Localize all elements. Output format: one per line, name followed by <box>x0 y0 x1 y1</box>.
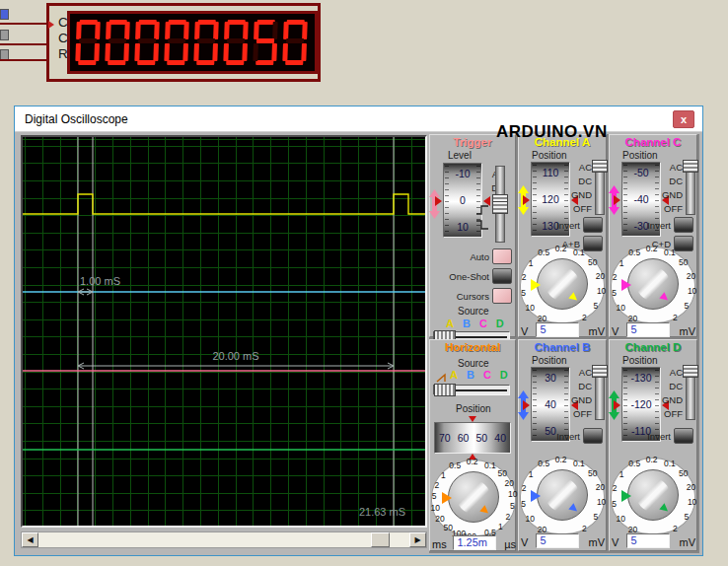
knob-value-box[interactable]: 5 <box>536 533 579 548</box>
knob-scale-label: 50 <box>679 257 688 267</box>
channel-d-coupling-switch[interactable] <box>686 365 695 420</box>
knob-value-box[interactable]: 5 <box>536 322 579 337</box>
knob-unit-right: mV <box>587 536 607 548</box>
channel-a-invert-row: Invert <box>556 217 603 233</box>
timebase-knob[interactable]: 0.50.20.11251020501002005020105210.5ms1.… <box>430 460 517 550</box>
knob-grip[interactable] <box>537 258 588 310</box>
channel-b-invert-button[interactable] <box>583 428 603 444</box>
knob-scale-label: 0.1 <box>664 459 676 468</box>
section-trigger: Trigger Level -10 0 10 AC DC <box>429 134 516 337</box>
knob-scale-label: 0.5 <box>538 248 549 257</box>
seven-seg-digit <box>193 20 219 65</box>
knob-scale-label: 10 <box>430 503 439 513</box>
knob-pointer-icon <box>621 279 631 291</box>
horizontal-source-slider[interactable] <box>433 385 510 395</box>
seven-seg-digit <box>164 20 189 65</box>
knob-value-box[interactable]: 5 <box>626 322 670 337</box>
trace-channel-a <box>23 194 425 214</box>
horizontal-position-label: Position <box>456 403 491 414</box>
one-shot-button[interactable] <box>492 268 512 284</box>
cursors-button[interactable] <box>492 288 512 304</box>
knob-scale-label: 10 <box>597 497 606 507</box>
counter-component: CLK CE RST <box>0 0 335 94</box>
channel-d-gain-knob[interactable]: 0.50.20.1125102050201052V5mV <box>610 458 696 548</box>
knob-scale-label: 0.1 <box>484 460 496 470</box>
channel-c-invert-button[interactable] <box>674 217 693 233</box>
channel-b-position-label: Position <box>532 355 567 366</box>
channel-d-invert-button[interactable] <box>674 428 693 444</box>
knob-scale-label: 20 <box>596 271 605 281</box>
control-panel: Trigger Level -10 0 10 AC DC <box>429 134 699 553</box>
clock-input-icon <box>48 21 54 29</box>
horizontal-position-drum[interactable]: 70 60 50 40 <box>434 422 511 454</box>
knob-scale-label: 1 <box>441 470 446 480</box>
knob-scale-label: 10 <box>688 497 696 507</box>
knob-scale-label: 10 <box>525 514 534 524</box>
knob-pointer-icon <box>531 279 541 291</box>
seven-segment-display <box>67 11 318 74</box>
knob-scale-label: 20 <box>596 482 605 492</box>
knob-unit-right: µs <box>502 538 517 550</box>
rising-edge-icon <box>475 204 489 216</box>
channel-a-invert-button[interactable] <box>583 217 603 233</box>
knob-scale-label: 5 <box>521 499 526 509</box>
knob-grip[interactable] <box>627 258 679 310</box>
knob-scale-label: 0.2 <box>555 455 567 464</box>
knob-scale-label: 50 <box>679 468 688 478</box>
channel-a-coupling-switch[interactable] <box>595 160 605 215</box>
seven-seg-digit <box>75 20 101 65</box>
scrollbar-left-icon[interactable]: ◀ <box>22 532 38 547</box>
knob-value-box[interactable]: 5 <box>626 533 670 548</box>
close-button[interactable]: x <box>673 110 694 128</box>
channel-c-coupling-switch[interactable] <box>686 160 695 215</box>
knob-scale-label: 5 <box>594 512 599 522</box>
knob-scale-label: 1 <box>498 522 503 531</box>
knob-scale-label: 20 <box>687 482 695 492</box>
knob-scale-label: 0.2 <box>467 457 478 466</box>
seven-seg-digit <box>223 20 249 65</box>
knob-scale-label: 0.1 <box>573 248 585 257</box>
trigger-source-letters: A B C D <box>446 318 504 329</box>
horizontal-source-label: Source <box>458 358 489 369</box>
knob-scale-label: 1 <box>529 469 534 479</box>
knob-unit-left: V <box>610 536 619 548</box>
scope-traces: 1.00 mS20.00 mS21.63 mS <box>23 137 425 526</box>
channel-b-invert-row: Invert <box>556 428 603 444</box>
counter-body: CLK CE RST <box>46 3 321 82</box>
section-title-channel-d: Channel D <box>610 340 696 355</box>
section-channel-d: Channel D Position -130 -120 -110 AC DC … <box>609 339 697 551</box>
knob-grip[interactable] <box>537 469 588 521</box>
channel-b-coupling-switch[interactable] <box>595 365 605 420</box>
knob-value-box[interactable]: 1.25m <box>453 535 496 550</box>
knob-scale-label: 2 <box>522 483 527 493</box>
knob-grip[interactable] <box>448 471 499 523</box>
knob-scale-label: 1 <box>529 258 534 268</box>
channel-c-position-label: Position <box>622 150 658 161</box>
trigger-auto-row: Auto <box>470 248 512 264</box>
svg-text:1.00 mS: 1.00 mS <box>80 275 120 287</box>
knob-scale-label: 2 <box>673 524 678 533</box>
channel-c-gain-knob[interactable]: 0.50.20.1125102050201052V5mV <box>610 247 696 337</box>
knob-unit-left: V <box>519 325 529 337</box>
channel-b-gain-knob[interactable]: 0.50.20.1125102050201052V5mV <box>519 458 606 548</box>
channel-a-gain-knob[interactable]: 0.50.20.1125102050201052V5mV <box>519 247 606 337</box>
knob-scale-label: 2 <box>582 313 587 322</box>
drum-marker-top-icon <box>469 416 476 422</box>
trigger-level-label: Level <box>448 150 472 161</box>
trigger-edge-switch[interactable] <box>495 201 505 243</box>
section-title-channel-b: Channel B <box>519 340 606 355</box>
channel-d-position-label: Position <box>622 355 658 366</box>
trigger-oneshot-row: One-Shot <box>449 268 512 284</box>
horizontal-scrollbar[interactable]: ◀ ▶ <box>21 531 427 548</box>
scrollbar-right-icon[interactable]: ▶ <box>409 532 426 547</box>
knob-grip[interactable] <box>627 469 679 521</box>
knob-scale-label: 10 <box>525 303 534 313</box>
auto-button[interactable] <box>492 248 512 264</box>
knob-scale-label: 0.2 <box>646 244 658 253</box>
knob-unit-left: ms <box>430 538 448 550</box>
scrollbar-thumb[interactable] <box>371 532 390 547</box>
knob-scale-label: 10 <box>688 286 696 296</box>
knob-scale-label: 10 <box>508 489 517 499</box>
knob-scale-label: 20 <box>687 271 695 281</box>
knob-unit-left: V <box>610 325 619 337</box>
